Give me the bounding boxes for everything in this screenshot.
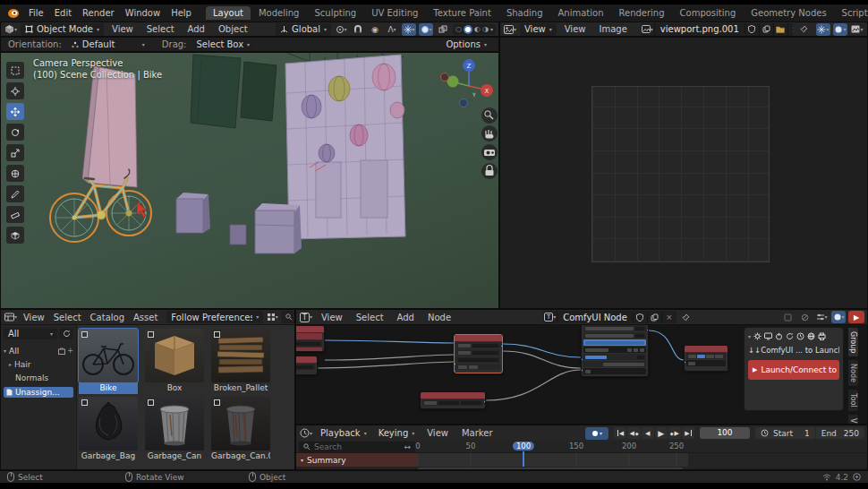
timeline-menu-view[interactable]: View — [421, 428, 454, 438]
snap-magnet-icon[interactable] — [351, 23, 365, 36]
navigation-gizmo[interactable]: Z X Y — [441, 59, 494, 107]
tool-scale[interactable] — [6, 144, 24, 161]
viewport-menu-add[interactable]: Add — [183, 24, 210, 34]
image-editor-content[interactable] — [499, 37, 868, 309]
proportional-falloff-button[interactable]: Λ▾ — [385, 23, 399, 36]
launch-connect-button[interactable]: ▶ Launch/Connect to ... — [748, 360, 839, 380]
timeline-search-input[interactable]: Search ↔ — [299, 442, 415, 452]
workspace-tab-geometry-nodes[interactable]: Geometry Nodes — [744, 6, 833, 20]
image-overlays-button[interactable]: ▾ — [833, 23, 847, 36]
node-pin-icon[interactable] — [679, 311, 694, 323]
tool-rotate[interactable] — [6, 124, 24, 141]
tab-node[interactable]: Node — [847, 359, 859, 387]
overlays-toggle-button[interactable]: ▾ — [419, 23, 433, 36]
asset-menu-catalog[interactable]: Catalog — [87, 313, 128, 322]
menu-edit[interactable]: Edit — [49, 8, 77, 18]
power-icon[interactable] — [775, 332, 783, 340]
asset-checkbox[interactable] — [81, 399, 88, 406]
catalog-filter-dropdown[interactable]: All▾ — [4, 328, 57, 339]
image-menu-image[interactable]: Image — [593, 24, 632, 34]
orientation-dropdown[interactable]: Default ▾ — [67, 39, 149, 51]
tab-group[interactable]: Group — [847, 327, 859, 357]
image-pin-icon[interactable] — [796, 23, 811, 36]
snap-target-button[interactable]: ▾ — [334, 23, 348, 36]
mode-dropdown[interactable]: Object Mode▾ — [21, 23, 104, 36]
viewport-3d[interactable]: Z X Y Camera Perspective — [0, 52, 499, 309]
printer-icon[interactable] — [818, 332, 826, 340]
node-partial-2[interactable] — [296, 356, 318, 375]
viewport-menu-view[interactable]: View — [106, 24, 139, 34]
viewport-menu-object[interactable]: Object — [213, 24, 253, 34]
fake-user-shield-icon[interactable] — [745, 23, 760, 36]
node-menu-add[interactable]: Add — [392, 313, 420, 322]
image-menu-view[interactable]: View — [559, 24, 591, 34]
image-open-folder-button[interactable] — [774, 23, 788, 36]
asset-checkbox[interactable] — [148, 331, 154, 338]
shading-solid-icon[interactable]: ● — [464, 25, 472, 34]
image-copy-button[interactable] — [760, 23, 774, 36]
node-menu-node[interactable]: Node — [422, 313, 456, 322]
workspace-tab-uv-editing[interactable]: UV Editing — [364, 6, 425, 20]
node-tree-browse-button[interactable]: T ▾ — [543, 311, 557, 323]
node-partial-1[interactable] — [296, 325, 325, 352]
tab-view[interactable]: View — [847, 414, 859, 425]
node-preview-button[interactable]: ▾ — [831, 311, 846, 323]
asset-checkbox[interactable] — [214, 331, 220, 338]
gear-icon[interactable] — [753, 332, 762, 340]
end-frame-field[interactable]: End250 — [816, 427, 864, 439]
extensions-icon[interactable] — [853, 473, 861, 481]
editor-type-asset-button[interactable]: ▾ — [4, 311, 18, 323]
workspace-tab-rendering[interactable]: Rendering — [611, 6, 671, 20]
node-vae[interactable] — [420, 391, 486, 409]
node-menu-view[interactable]: View — [316, 313, 348, 322]
transform-orientation-dropdown[interactable]: Global▾ — [276, 23, 331, 36]
catalog-row-normals[interactable]: Normals — [4, 373, 73, 382]
shading-material-icon[interactable]: ◐ — [474, 25, 481, 33]
tool-cursor[interactable] — [6, 82, 24, 99]
keying-dropdown[interactable]: Keying▾ — [374, 427, 420, 440]
play-button[interactable]: ▶ — [655, 427, 668, 439]
image-browse-button[interactable]: ▾ — [641, 23, 655, 36]
node-tree-close-button[interactable]: × — [662, 311, 677, 323]
shading-rendered-icon[interactable]: ◑ — [482, 25, 489, 33]
tool-transform[interactable] — [6, 165, 24, 182]
node-overlay-button[interactable]: ▾ — [814, 311, 829, 323]
node-tree-shield-icon[interactable] — [634, 311, 648, 323]
editor-type-timeline-button[interactable]: ▾ — [299, 427, 313, 440]
asset-checkbox[interactable] — [214, 399, 220, 406]
asset-item-garbage-can-001[interactable]: Garbage_Can.001 — [211, 397, 270, 462]
tool-add-cube[interactable] — [6, 227, 24, 244]
blender-logo-icon[interactable] — [7, 8, 20, 19]
tab-tool[interactable]: Tool — [847, 389, 859, 412]
refresh-library-button[interactable] — [59, 328, 73, 339]
menu-window[interactable]: Window — [120, 8, 166, 18]
catalog-row-all[interactable]: ▾ All + — [4, 347, 73, 356]
options-dropdown[interactable]: Options▾ — [441, 39, 491, 51]
asset-menu-asset[interactable]: Asset — [130, 313, 161, 322]
jump-to-end-button[interactable]: ▶ — [682, 427, 694, 439]
play-reverse-button[interactable]: ◀ — [642, 427, 654, 439]
image-datablock-name[interactable]: viewport.png.001 — [655, 24, 745, 34]
workspace-tab-scripting[interactable]: Scripting — [835, 6, 868, 20]
asset-item-box[interactable]: Box — [145, 329, 204, 394]
current-frame-indicator[interactable]: 100 — [513, 442, 534, 450]
refresh-icon[interactable] — [786, 332, 794, 340]
shading-wireframe-icon[interactable]: ○ — [455, 25, 462, 33]
gizmos-toggle-button[interactable]: ▾ — [402, 23, 416, 36]
workspace-tab-animation[interactable]: Animation — [551, 6, 611, 20]
xray-toggle-icon[interactable] — [436, 23, 450, 36]
tool-annotate[interactable] — [6, 185, 24, 202]
next-keyframe-button[interactable]: ◆▶ — [668, 427, 681, 439]
node-graph[interactable]: ▾ ↓↓ComfyUI ... to Launch↓↓ ▶ Launch/Con… — [296, 325, 868, 425]
tool-move[interactable] — [6, 103, 24, 120]
image-gizmos-button[interactable]: ▾ — [816, 23, 830, 36]
workspace-tab-modeling[interactable]: Modeling — [251, 6, 307, 20]
asset-menu-select[interactable]: Select — [50, 313, 85, 322]
playback-dropdown[interactable]: Playback▾ — [316, 427, 371, 440]
editor-type-node-button[interactable]: T ▾ — [299, 311, 313, 323]
filter-toggle-icon[interactable]: ↔ — [404, 442, 411, 451]
image-channels-button[interactable]: ▾ — [850, 23, 864, 36]
image-close-button[interactable]: × — [788, 23, 794, 36]
editor-type-image-button[interactable]: ▾ — [503, 23, 517, 36]
asset-menu-view[interactable]: View — [20, 313, 48, 322]
